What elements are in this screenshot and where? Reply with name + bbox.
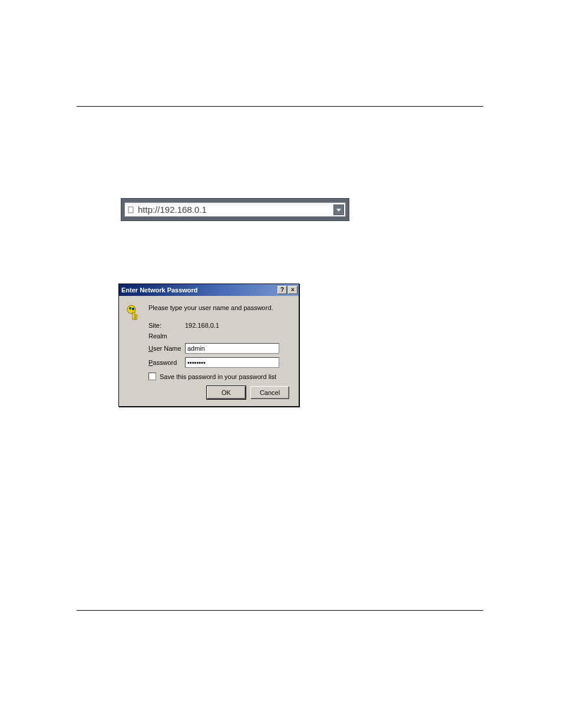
save-password-label: Save this password in your password list bbox=[160, 373, 276, 380]
realm-label: Realm bbox=[148, 332, 184, 340]
address-bar-container: http://192.168.0.1 bbox=[121, 198, 349, 221]
svg-rect-6 bbox=[135, 318, 137, 319]
key-icon bbox=[126, 304, 143, 322]
network-password-dialog: Enter Network Password ? × Please bbox=[118, 284, 299, 407]
address-bar-text: http://192.168.0.1 bbox=[138, 205, 207, 215]
top-separator bbox=[77, 106, 483, 107]
site-value: 192.168.0.1 bbox=[185, 322, 292, 329]
bottom-separator bbox=[77, 610, 483, 611]
address-dropdown-button[interactable] bbox=[333, 205, 344, 215]
save-password-checkbox[interactable] bbox=[148, 373, 156, 380]
site-label: Site: bbox=[148, 322, 184, 329]
svg-rect-5 bbox=[135, 315, 137, 317]
dialog-titlebar: Enter Network Password ? × bbox=[119, 284, 299, 296]
close-button[interactable]: × bbox=[288, 286, 297, 294]
svg-rect-0 bbox=[128, 207, 133, 213]
username-input[interactable] bbox=[185, 343, 279, 354]
dialog-message: Please type your user name and password. bbox=[148, 304, 292, 311]
url-icon bbox=[127, 206, 135, 214]
ok-button[interactable]: OK bbox=[207, 386, 246, 399]
svg-rect-4 bbox=[133, 312, 135, 319]
svg-point-3 bbox=[132, 308, 134, 310]
address-bar[interactable]: http://192.168.0.1 bbox=[124, 202, 346, 217]
dialog-title: Enter Network Password bbox=[121, 286, 276, 294]
help-button[interactable]: ? bbox=[277, 286, 287, 294]
password-label: Password bbox=[148, 359, 184, 366]
svg-point-2 bbox=[129, 307, 131, 309]
username-label: User Name bbox=[148, 345, 184, 352]
password-input[interactable] bbox=[185, 357, 279, 368]
cancel-button[interactable]: Cancel bbox=[250, 386, 289, 399]
